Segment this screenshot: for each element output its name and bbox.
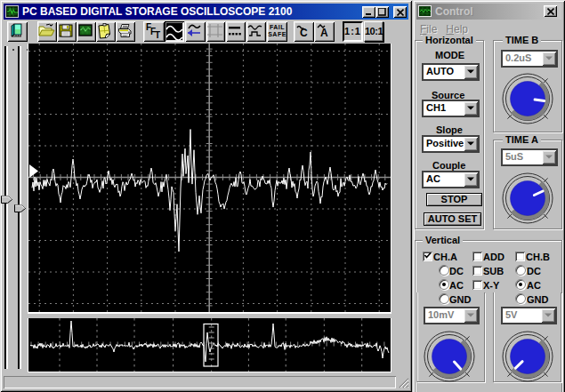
svg-text:C: C [300, 27, 308, 39]
svg-text:A: A [320, 27, 328, 39]
svg-text:T: T [155, 30, 160, 40]
